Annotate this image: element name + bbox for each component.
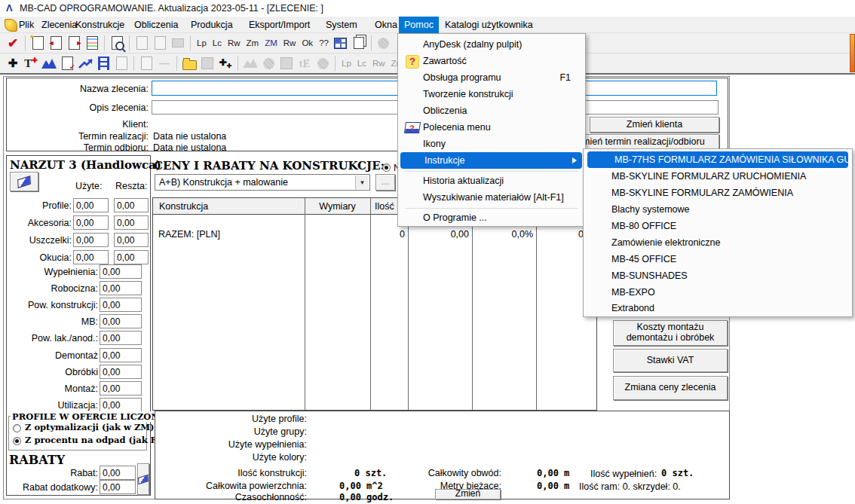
koszty-line2: demontażu i obróbek (627, 332, 715, 343)
menu-item-obliczenia[interactable]: Obliczenia (399, 102, 584, 119)
menu-item-ikony[interactable]: Ikony (399, 136, 584, 152)
submenu-item-blachy-systemowe[interactable]: Blachy systemowe (584, 201, 853, 218)
menu-item-zawartosc[interactable]: ?Zawartość (399, 53, 584, 69)
menu-katalogi-uzytkownika[interactable]: Katalogi użytkownika (445, 17, 533, 33)
utilizacja-input[interactable] (100, 398, 142, 412)
menu-item-wyszukiwanie-materialow[interactable]: Wyszukiwanie materiałów [Alt-F1] (399, 189, 584, 206)
menu-item-tworzenie-konstrukcji[interactable]: Tworzenie konstrukcji (399, 86, 584, 102)
montaz-input[interactable] (100, 381, 142, 396)
zmiana-ceny-button[interactable]: Zmiana ceny zlecenia (613, 376, 728, 400)
opt-optymalizacja-label: Z optymalizacji (jak w ZM) (25, 422, 154, 432)
optimization-chart-icon[interactable] (40, 54, 58, 72)
opt-optymalizacja-radio[interactable] (13, 424, 21, 432)
opt-procent-radio[interactable] (13, 437, 21, 445)
menu-item-obsluga-programu[interactable]: Obsługa programuF1 (399, 69, 584, 86)
print-preview-icon[interactable] (108, 34, 126, 52)
netto-radio[interactable] (382, 163, 391, 172)
add-text-icon[interactable]: T✚ (22, 54, 40, 72)
ladder-icon[interactable] (94, 54, 112, 72)
save-order-icon[interactable]: ► (65, 34, 83, 52)
zm-opt-report-button[interactable]: ZM (262, 34, 280, 52)
submenu-item-mb-sunshades[interactable]: MB-SUNSHADES (584, 267, 853, 284)
book-question-icon (404, 122, 421, 133)
windows-grid-icon[interactable] (332, 34, 350, 52)
lp-list-button[interactable]: Lp (194, 34, 210, 52)
zmien-button[interactable]: Zmień (435, 489, 501, 499)
menu-system[interactable]: System (326, 17, 357, 33)
menu-separator (405, 171, 578, 172)
open-order-icon[interactable]: ◄ (47, 34, 65, 52)
profile-uzyte-input[interactable] (73, 198, 109, 212)
akcesoria-uzyte-input[interactable] (73, 215, 109, 230)
submenu-item-skyline-uruchomienia[interactable]: MB-SKYLINE FORMULARZ URUCHOMIENIA (584, 168, 853, 185)
constructions-table: Konstrukcja Wymiary Ilość RAZEM: [PLN] 0… (152, 197, 597, 411)
rw-report-button[interactable]: Rw (225, 34, 244, 52)
okucia-uzyte-input[interactable] (73, 250, 109, 264)
uzyte-grupy-label: Użyte grupy: (155, 426, 307, 437)
koszty-montazu-button[interactable]: Koszty montażu demontażu i obróbek (613, 320, 728, 346)
menu-item-instrukcje[interactable]: Instrukcje (400, 152, 582, 169)
clear-rabaty-button[interactable] (137, 463, 149, 495)
sphere-disabled-icon (375, 34, 393, 52)
zmien-klienta-button[interactable]: Zmień klienta (590, 117, 719, 133)
submenu-item-mb45-office[interactable]: MB-45 OFFICE (584, 251, 853, 267)
wypelnienia-input[interactable] (100, 264, 142, 279)
rabat-input[interactable] (100, 466, 136, 480)
submenu-item-zamowienie-elektroniczne[interactable]: Zamówienie elektroniczne (584, 234, 853, 251)
chevron-down-icon[interactable]: ▼ (355, 176, 369, 189)
window-title: MB-CAD OPROGRAMOWANIE. Aktualizacja 2023… (20, 3, 323, 14)
confirm-check-icon[interactable]: ✔ (4, 34, 22, 52)
stawki-vat-button[interactable]: Stawki VAT (613, 349, 728, 372)
doc-edit-icon[interactable]: ✓ (58, 54, 76, 72)
new-order-icon[interactable]: ✦ (29, 34, 47, 52)
calkowity-obwod-value: 0,00 m (537, 468, 569, 478)
demontaz-input[interactable] (100, 348, 142, 362)
uszczelki-reszta-input[interactable] (114, 233, 149, 247)
tools-disabled-icon: tɆ (296, 54, 314, 72)
menu-pomoc[interactable]: Pomoc (399, 17, 439, 33)
app-menu-icon[interactable] (5, 19, 17, 32)
akcesoria-reszta-input[interactable] (114, 215, 149, 230)
pow-konstrukcji-input[interactable] (100, 298, 142, 312)
toolbar-separator (176, 56, 177, 71)
lc-list-button[interactable]: Lc (210, 34, 225, 52)
menu-konstrukcje[interactable]: Konstrukcje (75, 17, 124, 33)
ok-report-button[interactable]: Ok (299, 34, 316, 52)
help-codes-button[interactable]: ?? (316, 34, 332, 52)
zigzag-arrow-icon[interactable] (76, 54, 94, 72)
copy-pages-icon[interactable] (350, 34, 368, 52)
toolbar-separator (104, 35, 105, 50)
menu-item-polecenia-menu[interactable]: Polecenia menu (399, 119, 584, 136)
obrobki-input[interactable] (100, 365, 142, 379)
submenu-item-extrabond[interactable]: Extrabond (584, 300, 853, 316)
clear-narzut-button[interactable] (10, 172, 38, 191)
menu-produkcja[interactable]: Produkcja (191, 17, 233, 33)
profile-reszta-input[interactable] (114, 198, 149, 212)
menu-item-anydesk[interactable]: AnyDesk (zdalny pulpit) (399, 36, 584, 53)
add-multiple-icon[interactable]: ✚✚ (216, 54, 234, 72)
submenu-item-mb77hs[interactable]: MB-77HS FORMULARZ ZAMÓWIENIA SIŁOWNIKA G… (587, 151, 848, 168)
mountain-disabled-icon (241, 54, 259, 72)
pricing-mode-combo[interactable]: A+B) Konstrukcja + malowanie ▼ (155, 174, 370, 191)
zm-report-button[interactable]: Zm (244, 34, 262, 52)
menu-okna[interactable]: Okna (375, 17, 397, 33)
uszczelki-uzyte-input[interactable] (73, 233, 109, 247)
robocizna-input[interactable] (100, 281, 142, 295)
submenu-item-mb-expo[interactable]: MB-EXPO (584, 284, 853, 301)
menu-item-historia-aktualizacji[interactable]: Historia aktualizacji (399, 173, 584, 189)
open-folder-icon[interactable] (180, 54, 198, 72)
submenu-item-skyline-zamowienia[interactable]: MB-SKYLINE FORMULARZ ZAMÓWIENIA (584, 185, 853, 201)
menu-item-o-programie[interactable]: O Programie ... (399, 209, 584, 226)
menu-obliczenia[interactable]: Obliczenia (134, 17, 178, 33)
menu-plik[interactable]: Plik (19, 17, 34, 33)
okucia-reszta-input[interactable] (114, 250, 149, 264)
add-plus-icon[interactable]: ✚ (4, 54, 22, 72)
notes-icon[interactable] (83, 34, 101, 52)
submenu-item-mb80-office[interactable]: MB-80 OFFICE (584, 218, 853, 234)
rabat-dodatkowy-input[interactable] (100, 480, 136, 494)
mb-input[interactable] (100, 314, 142, 328)
pow-lak-anod-input[interactable] (100, 331, 142, 345)
menu-eksport-import[interactable]: Eksport/Import (249, 17, 310, 33)
rw2-report-button[interactable]: Rw (280, 34, 299, 52)
menu-zlecenia[interactable]: Zlecenia (41, 17, 77, 33)
